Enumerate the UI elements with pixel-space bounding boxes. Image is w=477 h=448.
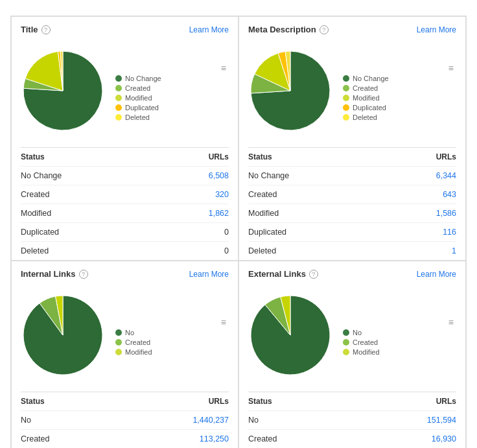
card-title-group: External Links? (248, 269, 318, 279)
legend-color-dot (115, 104, 122, 111)
row-urls[interactable]: 320 (190, 190, 229, 199)
legend-item: No (115, 329, 229, 336)
legend-menu-wrapper: ≡No ChangeCreatedModifiedDuplicatedDelet… (343, 62, 456, 121)
table-row: Duplicated116 (248, 223, 456, 242)
row-status: Deleted (248, 246, 417, 255)
help-icon[interactable]: ? (320, 25, 329, 34)
table-header-row: StatusURLs (248, 392, 456, 411)
col-header-status: Status (21, 397, 190, 406)
col-header-status: Status (248, 152, 417, 161)
row-urls[interactable]: 16,930 (417, 434, 456, 443)
legend: NoCreatedModified (343, 329, 456, 356)
legend-color-dot (115, 339, 122, 346)
learn-more-link[interactable]: Learn More (189, 25, 229, 34)
row-urls[interactable]: 151,594 (417, 416, 456, 425)
row-urls[interactable]: 0 (190, 246, 229, 255)
legend-item: Deleted (343, 113, 456, 121)
col-header-urls: URLs (417, 397, 456, 406)
menu-row: ≡ (343, 62, 456, 75)
row-status: Modified (21, 209, 190, 218)
menu-icon[interactable]: ≡ (218, 62, 229, 75)
menu-row: ≡ (343, 316, 456, 329)
pie-wrapper (21, 293, 105, 379)
legend-item: No (343, 329, 456, 336)
row-urls[interactable]: 113,250 (190, 434, 229, 443)
row-urls[interactable]: 1,586 (417, 209, 456, 218)
pie-wrapper (21, 49, 105, 135)
legend-label: Modified (353, 348, 380, 356)
row-urls[interactable]: 643 (417, 190, 456, 199)
col-header-status: Status (21, 152, 190, 161)
chart-area: ≡No ChangeCreatedModifiedDuplicatedDelet… (248, 40, 456, 143)
learn-more-link[interactable]: Learn More (189, 270, 229, 279)
table-row: Created320 (21, 185, 229, 204)
card-meta-description: Meta Description?Learn More≡No ChangeCre… (238, 16, 466, 261)
row-urls[interactable]: 6,508 (190, 171, 229, 180)
legend-item: Modified (343, 94, 456, 102)
table-row: Created113,250 (21, 430, 229, 448)
pie-wrapper (248, 49, 332, 135)
table-row: Modified1,586 (248, 204, 456, 223)
table-area: StatusURLsNo Change6,508Created320Modifi… (21, 147, 229, 260)
legend-color-dot (343, 349, 349, 355)
row-status: No (21, 416, 190, 425)
legend-label: No (125, 329, 134, 336)
col-header-urls: URLs (190, 397, 229, 406)
table-header-row: StatusURLs (21, 148, 229, 167)
table-header-row: StatusURLs (248, 148, 456, 167)
legend-menu-wrapper: ≡No ChangeCreatedModifiedDuplicatedDelet… (115, 62, 229, 121)
pie-chart (21, 293, 105, 377)
legend-color-dot (115, 349, 122, 355)
pie-chart (248, 293, 332, 377)
row-urls[interactable]: 0 (190, 228, 229, 237)
card-title-group: Internal Links? (21, 269, 88, 279)
table-row: Deleted0 (21, 242, 229, 260)
menu-icon[interactable]: ≡ (446, 316, 456, 329)
legend-color-dot (115, 75, 122, 82)
table-row: Created16,930 (248, 430, 456, 448)
menu-icon[interactable]: ≡ (446, 62, 456, 75)
legend-item: Created (343, 338, 456, 346)
legend-label: Duplicated (353, 104, 386, 112)
learn-more-link[interactable]: Learn More (417, 270, 456, 279)
row-urls[interactable]: 6,344 (417, 171, 456, 180)
col-header-urls: URLs (417, 152, 456, 161)
table-area: StatusURLsNo1,440,237Created113,250Modif… (21, 392, 229, 448)
help-icon[interactable]: ? (79, 270, 88, 279)
row-status: Created (248, 434, 417, 443)
table-row: Deleted1 (248, 242, 456, 260)
row-status: Created (21, 190, 190, 199)
row-status: Deleted (21, 246, 190, 255)
legend-label: Modified (125, 348, 152, 356)
legend-color-dot (343, 329, 349, 336)
row-urls[interactable]: 1,440,237 (190, 416, 229, 425)
legend-item: Duplicated (343, 104, 456, 112)
chart-area: ≡No ChangeCreatedModifiedDuplicatedDelet… (21, 40, 229, 143)
row-status: No (248, 416, 417, 425)
legend-item: Created (115, 338, 229, 346)
col-header-status: Status (248, 397, 417, 406)
row-urls[interactable]: 1,862 (190, 209, 229, 218)
menu-row: ≡ (115, 62, 229, 75)
chart-area: ≡NoCreatedModified (248, 284, 456, 388)
row-status: No Change (21, 171, 190, 180)
row-status: Duplicated (21, 228, 190, 237)
help-icon[interactable]: ? (309, 270, 318, 279)
legend-label: Created (125, 338, 150, 346)
legend-label: Created (125, 84, 150, 92)
menu-icon[interactable]: ≡ (218, 316, 229, 329)
row-status: Duplicated (248, 228, 417, 237)
row-urls[interactable]: 1 (417, 246, 456, 255)
card-external-links: External Links?Learn More≡NoCreatedModif… (238, 261, 466, 448)
legend-item: Created (343, 84, 456, 92)
learn-more-link[interactable]: Learn More (417, 25, 456, 34)
page-container: Title?Learn More≡No ChangeCreatedModifie… (0, 0, 477, 448)
help-icon[interactable]: ? (41, 25, 51, 34)
row-urls[interactable]: 116 (417, 228, 456, 237)
table-area: StatusURLsNo151,594Created16,930Modified… (248, 392, 456, 448)
legend-item: Modified (115, 348, 229, 356)
legend-color-dot (343, 75, 349, 82)
table-row: No Change6,508 (21, 167, 229, 185)
legend-label: Created (353, 84, 378, 92)
cards-grid: Title?Learn More≡No ChangeCreatedModifie… (10, 16, 467, 448)
